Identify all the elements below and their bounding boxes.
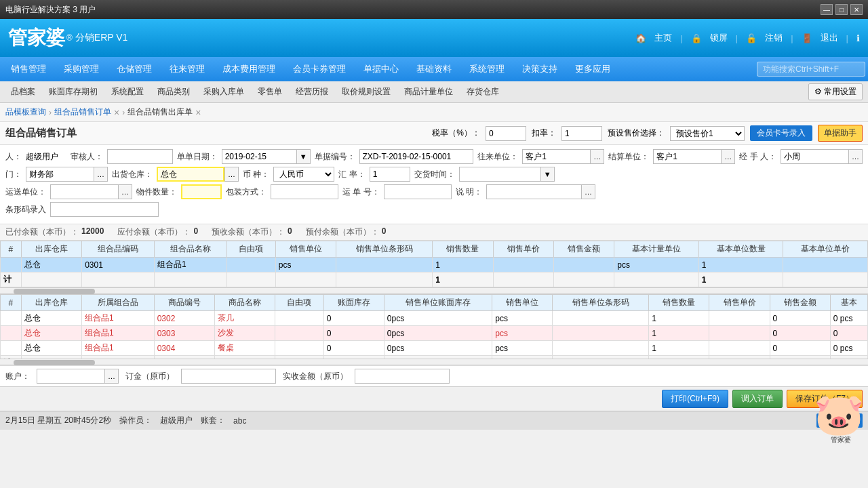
info-icon[interactable]: ℹ (856, 33, 860, 43)
nav-cost[interactable]: 成本费用管理 (214, 60, 283, 78)
func-map-btn[interactable]: 功能导图 (816, 413, 863, 428)
logout-label[interactable]: 注销 (765, 32, 783, 44)
from-unit-btn[interactable]: … (590, 149, 604, 164)
upper-th-combo-code: 组合品编码 (82, 241, 155, 258)
logo-text: 管家婆 (8, 25, 65, 51)
exit-label[interactable]: 退出 (821, 32, 838, 44)
upper-td-barcode (336, 258, 433, 272)
breadcrumb-item-1[interactable]: 品模板查询 (5, 106, 46, 118)
parts-qty-input[interactable] (181, 184, 222, 199)
upper-th-free: 自由项 (227, 241, 276, 258)
lower-td-combo-2: 组合品1 (81, 326, 154, 341)
pack-input[interactable] (271, 184, 338, 199)
handler-btn[interactable]: … (848, 149, 863, 164)
dept-btn[interactable]: … (94, 167, 108, 182)
member-card-btn[interactable]: 会员卡号录入 (750, 125, 812, 141)
settle-unit-input[interactable] (653, 149, 721, 164)
nav-system[interactable]: 系统管理 (461, 60, 513, 78)
breadcrumb-item-2[interactable]: 组合品销售订单 (54, 106, 111, 118)
date-input[interactable] (222, 149, 296, 164)
lower-scrollbar-thumb[interactable] (14, 360, 95, 365)
code-input[interactable] (359, 149, 474, 164)
sub-nav: 品档案 账面库存期初 系统配置 商品类别 采购入库单 零售单 经营历报 取价规则… (0, 81, 868, 103)
nav-sales[interactable]: 销售管理 (3, 60, 54, 78)
waybill-input[interactable] (384, 184, 452, 199)
nav-bill[interactable]: 单据中心 (355, 60, 407, 78)
sub-nav-category[interactable]: 商品类别 (152, 84, 195, 100)
transport-input[interactable] (50, 184, 118, 199)
date-picker-btn[interactable]: ▼ (296, 149, 311, 164)
sub-nav-retail[interactable]: 零售单 (252, 84, 288, 100)
breadcrumb-close-1[interactable]: × (114, 107, 119, 118)
nav-warehouse[interactable]: 仓储管理 (108, 60, 160, 78)
remark-label: 说 明： (456, 186, 482, 198)
close-btn[interactable]: ✕ (850, 4, 863, 15)
order-amt-input[interactable] (181, 369, 276, 384)
account-btn[interactable]: … (104, 369, 119, 384)
dept-input[interactable] (26, 167, 94, 182)
nav-dealings[interactable]: 往来管理 (161, 60, 213, 78)
trade-time-btn[interactable]: ▼ (540, 167, 555, 182)
settings-button[interactable]: ⚙ 常用设置 (808, 83, 863, 100)
handler-input[interactable] (781, 149, 848, 164)
audit-input[interactable] (107, 149, 173, 164)
upper-scrollbar[interactable] (0, 287, 868, 294)
discount-input[interactable] (561, 126, 602, 141)
trade-time-label: 交货时间： (414, 169, 455, 180)
lower-table-row-2[interactable]: 总仓 组合品1 0303 沙发 0 0pcs pcs 1 0 0 (1, 326, 868, 341)
nav-search-input[interactable] (757, 62, 865, 77)
save-order-button[interactable]: 保存订单（F7） (787, 390, 863, 408)
trade-time-input[interactable] (459, 167, 540, 182)
sub-nav-stock-init[interactable]: 账面库存期初 (43, 84, 103, 100)
sub-nav-history[interactable]: 经营历报 (290, 84, 334, 100)
nav-decision[interactable]: 决策支持 (514, 60, 566, 78)
nav-more[interactable]: 更多应用 (567, 60, 618, 78)
remark-btn[interactable]: … (581, 184, 595, 199)
sub-nav-purchase-in[interactable]: 采购入库单 (198, 84, 250, 100)
settle-unit-btn[interactable]: … (721, 149, 735, 164)
minimize-btn[interactable]: — (821, 4, 833, 15)
upper-td-unit: pcs (275, 258, 336, 272)
bill-helper-btn[interactable]: 单据助手 (818, 125, 863, 142)
home-icon[interactable]: 🏠 (635, 33, 646, 43)
logo-area: 管家婆 ® 分销ERP V1 (8, 25, 127, 51)
nav-basic[interactable]: 基础资料 (408, 60, 460, 78)
actual-amt-input[interactable] (355, 369, 450, 384)
sub-nav-unit[interactable]: 商品计量单位 (399, 84, 458, 100)
lower-table-row-1[interactable]: 总仓 组合品1 0302 茶几 0 0pcs pcs 1 0 0 pcs (1, 311, 868, 326)
currency-select[interactable]: 人民币 (273, 167, 334, 182)
upper-table: # 出库仓库 组合品编码 组合品名称 自由项 销售单位 销售单位条形码 销售数量… (0, 241, 868, 287)
warehouse-btn[interactable]: … (224, 167, 239, 182)
actual-amt-label: 实收金额（原币） (283, 371, 348, 382)
barcode-input[interactable] (50, 202, 159, 217)
lower-scrollbar[interactable] (0, 359, 868, 365)
upper-th-amount: 销售金额 (553, 241, 614, 258)
account-input[interactable] (37, 369, 104, 384)
tax-rate-input[interactable] (486, 126, 526, 141)
from-unit-input[interactable] (522, 149, 590, 164)
upper-scrollbar-thumb[interactable] (14, 289, 95, 294)
sub-nav-config[interactable]: 系统配置 (106, 84, 149, 100)
nav-purchase[interactable]: 采购管理 (56, 60, 107, 78)
warehouse-input[interactable] (157, 167, 224, 182)
lower-table-row-3[interactable]: 总仓 组合品1 0304 餐桌 0 0pcs pcs 1 0 0 pcs (1, 341, 868, 356)
lock-label[interactable]: 锁屏 (710, 32, 728, 44)
exchange-input[interactable] (370, 167, 410, 182)
price-select[interactable]: 预设售价1 (670, 126, 745, 141)
lock-icon[interactable]: 🔒 (691, 33, 702, 43)
sub-nav-archive[interactable]: 品档案 (5, 84, 41, 100)
logout-icon[interactable]: 🔓 (746, 33, 757, 43)
import-order-button[interactable]: 调入订单 (732, 390, 783, 408)
sub-nav-inventory[interactable]: 存货仓库 (461, 84, 505, 100)
tax-rate-label: 税率（%）： (432, 127, 480, 139)
maximize-btn[interactable]: □ (835, 4, 848, 15)
transport-btn[interactable]: … (118, 184, 132, 199)
nav-member[interactable]: 会员卡券管理 (285, 60, 354, 78)
remark-input[interactable] (486, 184, 581, 199)
breadcrumb-close-2[interactable]: × (195, 107, 201, 118)
exit-icon[interactable]: 🚪 (802, 33, 812, 43)
home-label[interactable]: 主页 (654, 32, 672, 44)
print-button[interactable]: 打印(Ctrl+F9) (662, 390, 728, 408)
upper-table-row[interactable]: 总仓 0301 组合品1 pcs 1 pcs 1 (1, 258, 868, 272)
sub-nav-price-rule[interactable]: 取价规则设置 (336, 84, 396, 100)
